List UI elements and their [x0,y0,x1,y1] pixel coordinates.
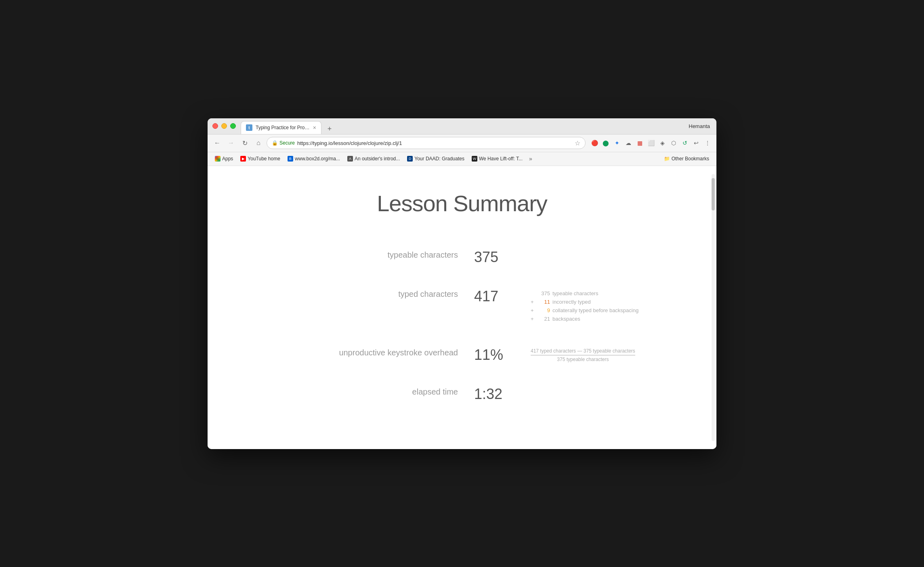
bookmark-outsider-icon: A [347,156,353,162]
bookmark-daad-icon: D [407,156,413,162]
overhead-value: 11% [474,346,523,363]
address-bar[interactable]: 🔒 Secure https://typing.io/lesson/clojur… [267,137,586,149]
browser-window: t Typing Practice for Programme × + Hema… [208,118,716,449]
detail-backspace-plus: + [531,316,536,322]
back-button[interactable]: ← [212,137,223,149]
stat-row-typed: typed characters 417 375 typeable charac… [280,288,644,324]
new-tab-button[interactable]: + [324,124,335,134]
scrollbar-thumb[interactable] [712,178,715,210]
cast-icon[interactable]: ⬜ [646,138,656,148]
detail-backspace-num: 21 [538,316,550,322]
typed-label: typed characters [280,288,474,299]
extension-icon-7[interactable]: ⬡ [669,138,678,148]
detail-collateral-num: 9 [538,307,550,313]
detail-backspace-text: backspaces [552,316,580,322]
detail-base-text: typeable characters [552,290,598,296]
scrollbar[interactable] [712,174,715,441]
extension-icon-6[interactable]: ◈ [657,138,667,148]
formula-numerator: 417 typed characters — 375 typeable char… [531,348,635,355]
detail-base-row: 375 typeable characters [531,290,638,296]
extension-icon-4[interactable]: ☁ [624,138,633,148]
traffic-lights [212,123,236,129]
detail-backspace-row: + 21 backspaces [531,316,638,322]
reload-button[interactable]: ↻ [239,137,250,149]
detail-collateral-text: collaterally typed before backspacing [552,307,638,313]
tab-close-button[interactable]: × [313,124,316,131]
typeable-label: typeable characters [280,249,474,260]
home-button[interactable]: ⌂ [253,137,264,149]
bookmarks-bar: ⊞ Apps ▶ YouTube home B www.box2d.org/ma… [208,152,716,166]
stat-row-typeable: typeable characters 375 [280,249,644,266]
detail-base-num: 375 [538,290,550,296]
lesson-title: Lesson Summary [224,190,700,216]
page-content: Lesson Summary typeable characters 375 t… [208,166,716,449]
bookmark-box2d-icon: B [288,156,293,162]
detail-incorrect-text: incorrectly typed [552,299,591,305]
bookmark-lift-icon: W [472,156,477,162]
overhead-label: unproductive keystroke overhead [280,346,474,357]
detail-incorrect-row: + 11 incorrectly typed [531,299,638,305]
bookmark-daad[interactable]: D Your DAAD: Graduates [404,154,468,163]
title-bar: t Typing Practice for Programme × + Hema… [208,118,716,134]
maximize-button[interactable] [230,123,236,129]
detail-collateral-row: + 9 collaterally typed before backspacin… [531,307,638,313]
bookmark-lift[interactable]: W We Have Lift-off: T... [468,154,526,163]
menu-button[interactable]: ⋮ [703,138,712,148]
other-bookmarks-label: Other Bookmarks [672,156,709,162]
extension-icon-2[interactable]: ⬤ [601,138,611,148]
bookmark-apps-icon: ⊞ [215,156,220,162]
time-value: 1:32 [474,386,523,403]
extension-icon-1[interactable]: 🔴 [590,138,599,148]
bookmarks-more-button[interactable]: » [527,154,534,164]
nav-icons: 🔴 ⬤ ✦ ☁ ▦ ⬜ ◈ ⬡ ↺ ↩ ⋮ [590,138,712,148]
close-button[interactable] [212,123,218,129]
bookmark-youtube-label: YouTube home [248,156,280,162]
forward-button[interactable]: → [225,137,237,149]
bookmark-box2d-label: www.box2d.org/ma... [295,156,340,162]
time-label: elapsed time [280,386,474,397]
extension-icon-5[interactable]: ▦ [635,138,645,148]
overhead-formula: 417 typed characters — 375 typeable char… [531,346,635,362]
bookmark-star-button[interactable]: ☆ [575,139,580,147]
detail-collateral-plus: + [531,307,536,313]
tab-title: Typing Practice for Programme [256,125,310,130]
tab-favicon: t [246,124,252,131]
active-tab[interactable]: t Typing Practice for Programme × [241,121,321,134]
bookmark-youtube[interactable]: ▶ YouTube home [237,154,284,163]
minimize-button[interactable] [221,123,227,129]
profile-name: Hemanta [689,123,710,129]
formula-denominator: 375 typeable characters [531,357,635,362]
folder-icon: 📁 [664,156,670,162]
detail-incorrect-num: 11 [538,299,550,305]
url-text: https://typing.io/lesson/clojure/clojure… [297,140,402,146]
bookmark-apps-label: Apps [222,156,233,162]
typed-value: 417 [474,288,523,305]
bookmark-lift-label: We Have Lift-off: T... [479,156,523,162]
bookmark-daad-label: Your DAAD: Graduates [414,156,464,162]
bookmark-youtube-icon: ▶ [240,156,246,162]
extension-icon-8[interactable]: ↺ [680,138,690,148]
bookmark-box2d[interactable]: B www.box2d.org/ma... [284,154,343,163]
stat-row-time: elapsed time 1:32 [280,386,644,403]
bookmark-apps[interactable]: ⊞ Apps [212,154,236,163]
secure-label: Secure [279,140,295,146]
extension-icon-9[interactable]: ↩ [691,138,701,148]
lock-icon: 🔒 [272,140,278,146]
extension-icon-3[interactable]: ✦ [612,138,622,148]
typeable-value: 375 [474,249,523,266]
tabs-area: t Typing Practice for Programme × + [241,118,335,134]
stats-container: typeable characters 375 typed characters… [280,249,644,403]
stat-row-overhead: unproductive keystroke overhead 11% 417 … [280,346,644,363]
nav-bar: ← → ↻ ⌂ 🔒 Secure https://typing.io/lesso… [208,134,716,152]
typed-detail: 375 typeable characters + 11 incorrectly… [531,288,638,324]
other-bookmarks[interactable]: 📁 Other Bookmarks [661,154,712,163]
bookmark-outsider-label: An outsider's introd... [355,156,400,162]
detail-incorrect-plus: + [531,299,536,305]
secure-badge: 🔒 Secure [272,140,295,146]
bookmark-outsider[interactable]: A An outsider's introd... [344,154,403,163]
